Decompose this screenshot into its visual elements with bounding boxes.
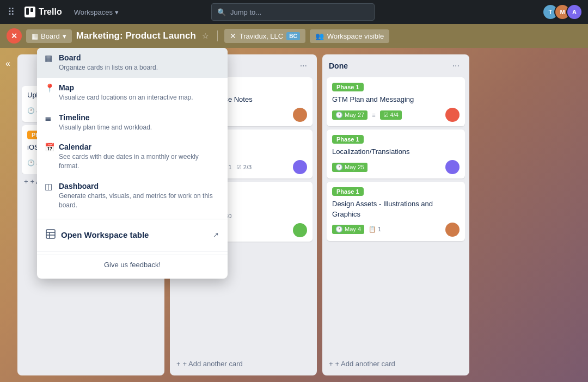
menu-item-calendar[interactable]: 📅 Calendar See cards with due dates in a… [37, 137, 228, 176]
search-icon: 🔍 [217, 8, 226, 16]
map-menu-icon: 📍 [45, 83, 55, 93]
add-card-button[interactable]: + + Add another card [174, 356, 313, 371]
card-localization[interactable]: Phase 1 Localization/Translations 🕐 May … [327, 130, 465, 178]
card-meta: 🕐 May 27 ≡ ☑ 4/4 [332, 110, 402, 120]
plus-icon: + [329, 360, 333, 368]
menu-item-board[interactable]: ▦ Board Organize cards in lists on a boa… [37, 48, 228, 78]
due-date: 🕐 May 25 [332, 163, 367, 172]
board-content: « Upload Tutorial Videos 🕐 Jun 10 Phase … [0, 48, 588, 382]
card-avatar [293, 108, 307, 122]
menu-item-timeline[interactable]: ≣ Timeline Visually plan time and worklo… [37, 108, 228, 138]
card-avatar [445, 160, 460, 174]
board-view-icon: ▦ [32, 32, 38, 40]
search-bar[interactable]: 🔍 Jump to... [211, 3, 375, 21]
feedback-button[interactable]: Give us feedback! [37, 255, 228, 274]
card-design-assets[interactable]: Phase 1 Design Assets - Illustrations an… [327, 182, 465, 241]
card-footer: 🕐 May 27 ≡ ☑ 4/4 [332, 108, 460, 122]
due-date-green: 🕐 May 27 [332, 110, 367, 120]
card-avatar [293, 223, 307, 237]
board-icon: ✕ [7, 28, 22, 44]
table-icon [46, 229, 56, 241]
card-meta: 🕐 May 4 📋 1 [332, 225, 381, 234]
list-title: Done [329, 61, 348, 70]
user-avatars: T M A [547, 4, 583, 20]
menu-divider-2 [37, 251, 228, 251]
card-avatar [445, 223, 460, 237]
card-footer: 🕐 May 25 [332, 160, 460, 174]
menu-item-dashboard[interactable]: ◫ Dashboard Generate charts, visuals, an… [37, 176, 228, 215]
board-title: Marketing: Product Launch [76, 30, 196, 41]
workspace-code-badge: BC [286, 32, 299, 40]
external-link-icon: ↗ [213, 231, 219, 239]
menu-item-map[interactable]: 📍 Map Visualize card locations on an int… [37, 78, 228, 108]
collapse-sidebar-button[interactable]: « [3, 57, 13, 71]
view-dropdown-menu: ▦ Board Organize cards in lists on a boa… [37, 48, 228, 279]
dropdown-chevron: ▾ [63, 32, 66, 40]
avatar[interactable]: A [566, 4, 583, 20]
phase-badge: Phase 1 [332, 187, 364, 196]
dashboard-menu-icon: ◫ [45, 182, 52, 192]
grid-icon[interactable]: ⠿ [5, 4, 17, 20]
phase-badge: Phase 1 [332, 83, 364, 91]
card-avatar [445, 108, 460, 122]
card-avatar [293, 160, 307, 174]
card-title: GTM Plan and Messaging [332, 95, 460, 104]
menu-divider [37, 219, 228, 219]
workspace-visible-button[interactable]: 👥 Workspace visible [310, 29, 390, 43]
card-footer: 🕐 May 4 📋 1 [332, 223, 460, 237]
checklist: ☑ 4/4 [380, 110, 402, 120]
plus-icon: + [24, 177, 28, 186]
timeline-menu-icon: ≣ [45, 113, 52, 123]
workspace-icon: ✕ [230, 32, 236, 40]
attachments: 📋 1 [369, 226, 381, 233]
calendar-menu-icon: 📅 [45, 143, 55, 152]
done-list: Done ··· Phase 1 GTM Plan and Messaging … [322, 54, 469, 375]
open-workspace-table-button[interactable]: Open Workspace table ↗ [37, 223, 228, 248]
done-cards: Phase 1 GTM Plan and Messaging 🕐 May 27 … [327, 77, 465, 352]
svg-rect-2 [30, 8, 33, 12]
top-nav: ⠿ Trello Workspaces ▾ 🔍 Jump to... T M A [0, 0, 588, 24]
nav-separator [217, 30, 218, 41]
svg-rect-3 [46, 230, 55, 238]
trello-logo[interactable]: Trello [21, 7, 65, 17]
phase-badge: Phase 1 [332, 135, 364, 144]
board-menu-icon: ▦ [45, 53, 52, 63]
view-board-button[interactable]: ▦ Board ▾ [26, 29, 72, 43]
desc-icon: ≡ [372, 112, 375, 118]
list-menu-button[interactable]: ··· [297, 60, 310, 72]
workspace-button[interactable]: ✕ Travidux, LLC BC [224, 29, 305, 43]
checklist: ☑ 2/3 [236, 164, 252, 171]
svg-rect-1 [26, 8, 29, 15]
card-meta: 🕐 May 25 [332, 163, 367, 172]
list-header: Done ··· [327, 59, 465, 73]
card-gtm[interactable]: Phase 1 GTM Plan and Messaging 🕐 May 27 … [327, 77, 465, 126]
card-title: Design Assets - Illustrations and Graphi… [332, 199, 460, 219]
visibility-icon: 👥 [315, 32, 324, 40]
add-card-button[interactable]: + + Add another card [327, 356, 465, 371]
workspaces-button[interactable]: Workspaces ▾ [70, 6, 123, 19]
board-nav-left: ✕ ▦ Board ▾ Marketing: Product Launch ☆ … [7, 28, 581, 44]
list-menu-button[interactable]: ··· [449, 60, 463, 72]
board-nav: ✕ ▦ Board ▾ Marketing: Product Launch ☆ … [0, 24, 588, 48]
star-button[interactable]: ☆ [200, 30, 211, 42]
due-date: 🕐 May 4 [332, 225, 364, 234]
card-title: Localization/Translations [332, 147, 460, 157]
plus-icon: + [176, 360, 181, 368]
